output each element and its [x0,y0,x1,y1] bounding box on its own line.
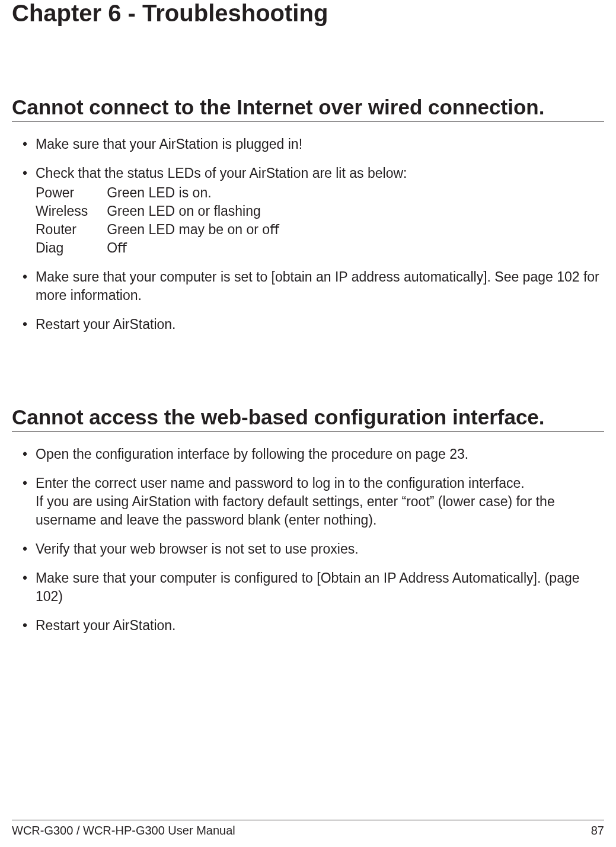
led-label: Power [36,184,107,202]
table-row: Power Green LED is on. [36,184,298,202]
list-item: Enter the correct user name and password… [23,474,604,529]
bullet-list: Make sure that your AirStation is plugge… [12,135,604,334]
list-item-text: Check that the status LEDs of your AirSt… [36,165,407,181]
section-wired-connection: Cannot connect to the Internet over wire… [12,95,604,334]
list-item: Make sure that your computer is set to [… [23,268,604,305]
led-label: Router [36,220,107,239]
footer-page-number: 87 [591,824,604,838]
page-footer: WCR-G300 / WCR-HP-G300 User Manual 87 [12,820,604,838]
led-label: Diag [36,239,107,257]
list-item: Open the conﬁguration interface by follo… [23,445,604,464]
section-web-config: Cannot access the web-based conﬁguration… [12,405,604,635]
list-item: Make sure that your computer is conﬁgure… [23,569,604,606]
section-title: Cannot access the web-based conﬁguration… [12,405,604,432]
table-row: Wireless Green LED on or ﬂashing [36,202,298,220]
bullet-list: Open the conﬁguration interface by follo… [12,445,604,635]
led-label: Wireless [36,202,107,220]
footer-manual-title: WCR-G300 / WCR-HP-G300 User Manual [12,824,235,838]
list-item: Verify that your web browser is not set … [23,540,604,558]
led-value: Oﬀ [107,239,298,257]
led-value: Green LED on or ﬂashing [107,202,298,220]
list-item: Restart your AirStation. [23,616,604,635]
led-status-table: Power Green LED is on. Wireless Green LE… [36,184,298,257]
list-item: Restart your AirStation. [23,315,604,334]
chapter-title: Chapter 6 - Troubleshooting [12,0,604,27]
list-item: Make sure that your AirStation is plugge… [23,135,604,154]
table-row: Diag Oﬀ [36,239,298,257]
section-title: Cannot connect to the Internet over wire… [12,95,604,122]
led-value: Green LED may be on or oﬀ [107,220,298,239]
list-item: Check that the status LEDs of your AirSt… [23,164,604,257]
page-content: Chapter 6 - Troubleshooting Cannot conne… [0,0,616,635]
table-row: Router Green LED may be on or oﬀ [36,220,298,239]
led-value: Green LED is on. [107,184,298,202]
